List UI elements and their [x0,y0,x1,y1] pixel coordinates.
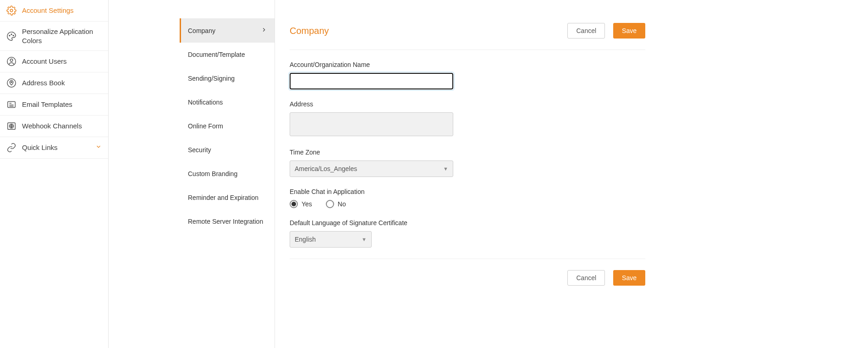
svg-point-0 [10,9,13,12]
subnav-item-document-template[interactable]: Document/Template [180,43,275,66]
subnav-item-remote-server[interactable]: Remote Server Integration [180,210,275,233]
timezone-select[interactable]: America/Los_Angeles ▼ [290,160,453,177]
subnav-item-company[interactable]: Company [180,18,275,43]
default-lang-select[interactable]: English ▼ [290,231,372,248]
sidebar-item-label: Personalize Application Colors [22,27,102,45]
left-sidebar: Account Settings Personalize Application… [0,0,109,348]
cancel-button-top[interactable]: Cancel [567,23,605,39]
svg-point-1 [9,35,10,36]
subnav-item-label: Reminder and Expiration [188,194,258,201]
radio-icon-unchecked [326,200,334,208]
subnav-item-custom-branding[interactable]: Custom Branding [180,162,275,186]
page-title: Company [290,26,329,36]
dropdown-caret-icon: ▼ [362,237,367,242]
field-address: Address [290,100,645,138]
sidebar-item-label: Account Users [22,57,102,66]
subnav-item-label: Company [188,27,215,34]
subnav-item-label: Document/Template [188,51,245,58]
sidebar-item-quick-links[interactable]: Quick Links [0,137,108,159]
timezone-label: Time Zone [290,149,645,156]
subnav-item-label: Online Form [188,122,223,130]
field-timezone: Time Zone America/Los_Angeles ▼ [290,149,645,177]
address-label: Address [290,100,645,108]
mail-template-icon [6,99,16,110]
subnav-item-reminder-expiration[interactable]: Reminder and Expiration [180,186,275,210]
subnav-item-label: Custom Branding [188,170,237,177]
sidebar-item-personalize-colors[interactable]: Personalize Application Colors [0,22,108,51]
sidebar-item-account-settings[interactable]: Account Settings [0,0,108,22]
sidebar-item-address-book[interactable]: Address Book [0,72,108,94]
main-content: Company Cancel Save Account/Organization… [275,0,645,348]
sidebar-item-webhook-channels[interactable]: Webhook Channels [0,116,108,137]
address-input[interactable] [290,112,453,136]
chat-radio-no[interactable]: No [326,200,346,208]
palette-icon [6,31,16,41]
org-name-label: Account/Organization Name [290,61,645,68]
field-enable-chat: Enable Chat in Application Yes No [290,188,645,208]
sidebar-item-account-users[interactable]: Account Users [0,51,108,72]
radio-icon-checked [290,200,298,208]
header-row: Company Cancel Save [290,23,645,50]
subnav-item-security[interactable]: Security [180,138,275,162]
timezone-value: America/Los_Angeles [295,165,357,172]
chevron-down-icon [95,143,102,152]
field-default-lang: Default Language of Signature Certificat… [290,219,645,248]
footer-row: Cancel Save [290,259,645,286]
settings-subnav: Company Document/Template Sending/Signin… [180,0,275,348]
dropdown-caret-icon: ▼ [443,166,448,171]
gear-icon [6,6,16,16]
subnav-item-label: Sending/Signing [188,75,235,82]
svg-rect-8 [8,102,16,108]
sidebar-item-label: Address Book [22,78,102,88]
svg-point-7 [11,82,12,83]
save-button-top[interactable]: Save [613,23,645,39]
link-icon [6,143,16,153]
pin-icon [6,78,16,88]
cancel-button-bottom[interactable]: Cancel [567,270,605,286]
sidebar-item-label: Quick Links [22,143,90,152]
save-button-bottom[interactable]: Save [613,270,645,286]
chat-yes-label: Yes [302,200,312,208]
subnav-item-notifications[interactable]: Notifications [180,90,275,114]
default-lang-label: Default Language of Signature Certificat… [290,219,645,226]
sidebar-item-label: Webhook Channels [22,122,102,131]
default-lang-value: English [295,236,316,243]
chevron-right-icon [261,27,267,34]
svg-point-3 [13,35,14,36]
field-org-name: Account/Organization Name [290,61,645,89]
chat-radio-yes[interactable]: Yes [290,200,312,208]
chat-no-label: No [338,200,346,208]
subnav-item-online-form[interactable]: Online Form [180,114,275,138]
user-icon [6,56,16,66]
svg-point-2 [11,33,12,34]
sidebar-item-label: Account Settings [22,6,102,15]
subnav-item-label: Remote Server Integration [188,218,263,225]
globe-icon [6,121,16,131]
org-name-input[interactable] [290,73,453,89]
enable-chat-label: Enable Chat in Application [290,188,645,195]
svg-point-5 [10,59,13,62]
sidebar-item-label: Email Templates [22,100,102,109]
subnav-item-label: Notifications [188,99,223,106]
sidebar-item-email-templates[interactable]: Email Templates [0,94,108,116]
subnav-item-label: Security [188,146,211,154]
subnav-item-sending-signing[interactable]: Sending/Signing [180,66,275,90]
